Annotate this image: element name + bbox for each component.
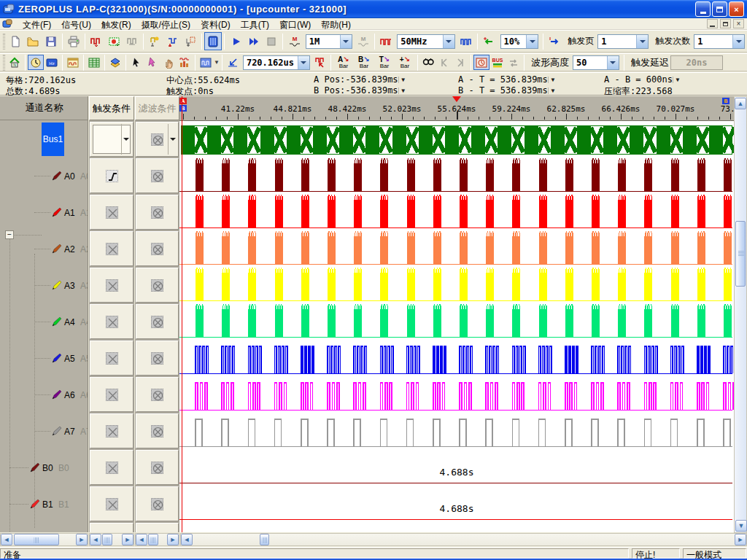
filter-cell-b2[interactable] bbox=[136, 523, 179, 532]
flag-b-marker[interactable]: B bbox=[179, 105, 187, 112]
filter-dropdown-icon[interactable] bbox=[168, 124, 177, 155]
channel-name[interactable]: B1 bbox=[42, 499, 53, 510]
channel-name[interactable]: A7 bbox=[64, 427, 75, 437]
wave-height-dropdown-icon[interactable] bbox=[607, 56, 619, 69]
scroll-down-icon[interactable]: ▼ bbox=[735, 520, 747, 532]
save-button[interactable] bbox=[42, 32, 60, 50]
find-next-button[interactable] bbox=[452, 55, 468, 70]
capture-disabled-button[interactable] bbox=[123, 32, 141, 50]
filt-scroll-right-icon[interactable]: ► bbox=[167, 534, 179, 545]
filter-cell-a2[interactable] bbox=[136, 231, 179, 266]
channel-row-b0[interactable]: B0B0 bbox=[0, 449, 88, 486]
frequency-meter-button[interactable]: Hz bbox=[44, 55, 60, 70]
minimize-button[interactable] bbox=[695, 1, 711, 17]
menu-item-1[interactable]: 信号(U) bbox=[56, 18, 96, 29]
mdi-minimize-button[interactable] bbox=[707, 19, 718, 28]
filter-cell-a4[interactable] bbox=[136, 304, 179, 339]
waveform-window-button[interactable] bbox=[65, 55, 81, 70]
trigger-count-dropdown-icon[interactable] bbox=[732, 35, 744, 48]
a-bar-button[interactable]: A↘Bar bbox=[334, 54, 353, 71]
trigger-cell-a3[interactable] bbox=[90, 268, 133, 303]
layout-button[interactable] bbox=[107, 55, 123, 70]
trigger-mark-a-button[interactable] bbox=[146, 32, 163, 50]
sample-depth-select[interactable]: 1M bbox=[306, 34, 352, 49]
a-b-dropdown-icon[interactable]: ▼ bbox=[673, 77, 682, 83]
wave-mode-button[interactable] bbox=[198, 55, 214, 70]
pointer-button[interactable] bbox=[128, 55, 144, 70]
filter-cell-b1[interactable] bbox=[136, 486, 179, 521]
vertical-scroll-thumb[interactable] bbox=[735, 221, 746, 287]
timing-view-button[interactable] bbox=[473, 55, 489, 70]
sample-rate-select[interactable]: 50MHz bbox=[397, 34, 455, 49]
scroll-up-icon[interactable]: ▲ bbox=[735, 98, 746, 109]
channel-name[interactable]: A0 bbox=[64, 171, 75, 182]
menu-item-0[interactable]: 文件(F) bbox=[18, 18, 56, 29]
trigger-ratio-button[interactable] bbox=[480, 32, 498, 50]
trigger-delay-field[interactable]: 20ns bbox=[670, 55, 723, 70]
channel-row-a0[interactable]: A0A0 bbox=[0, 158, 88, 194]
trigger-cell-a2[interactable] bbox=[90, 231, 133, 266]
trigger-cell-a0[interactable] bbox=[90, 158, 133, 193]
channel-name[interactable]: A1 bbox=[64, 208, 75, 218]
module-window-button[interactable] bbox=[204, 32, 222, 50]
zoom-scale-dropdown-icon[interactable] bbox=[298, 56, 309, 69]
vertical-scrollbar[interactable]: ▲ ▼ bbox=[734, 96, 747, 533]
channel-row-a3[interactable]: A3A3 bbox=[0, 267, 88, 303]
channel-name[interactable]: A3 bbox=[64, 281, 75, 291]
t-bar-button[interactable]: T↘Bar bbox=[375, 54, 394, 71]
channel-row-a4[interactable]: A4A4 bbox=[0, 303, 88, 340]
trigger-cell-b0[interactable] bbox=[90, 450, 133, 485]
sample-rate-button[interactable] bbox=[377, 32, 395, 50]
filter-cell-bus1[interactable] bbox=[136, 122, 179, 157]
channel-name[interactable]: A2 bbox=[64, 244, 75, 254]
trigger-cell-a1[interactable] bbox=[90, 195, 133, 230]
plus-bar-button[interactable]: +↘Bar bbox=[395, 54, 414, 71]
zoom-fit-button[interactable] bbox=[225, 55, 241, 70]
trigger-col-hscrollbar[interactable]: ◄ ► bbox=[89, 533, 134, 546]
run-button[interactable] bbox=[227, 32, 244, 50]
flag-b-right-marker[interactable]: B bbox=[722, 98, 729, 104]
mdi-restore-button[interactable] bbox=[720, 19, 731, 28]
find-button[interactable] bbox=[420, 55, 436, 70]
flag-a-marker[interactable]: A bbox=[179, 98, 187, 104]
name-panel-hscrollbar[interactable]: ◄ ► bbox=[0, 533, 88, 546]
name-scroll-right-icon[interactable]: ► bbox=[76, 534, 88, 545]
b-pos-dropdown-icon[interactable]: ▼ bbox=[398, 88, 408, 94]
open-file-button[interactable] bbox=[24, 32, 42, 50]
channel-row-a5[interactable]: A5A5 bbox=[0, 340, 88, 376]
trigger-cell-b2[interactable] bbox=[90, 523, 133, 532]
channel-row-a7[interactable]: A7A7 bbox=[0, 413, 88, 449]
trigger-cell-a4[interactable] bbox=[90, 304, 133, 339]
channel-row-a1[interactable]: A1A1 bbox=[0, 194, 88, 230]
new-file-button[interactable] bbox=[7, 32, 24, 50]
close-button[interactable]: × bbox=[729, 1, 744, 17]
waveform-hscrollbar[interactable]: ◄ ► bbox=[180, 533, 747, 546]
filter-cell-a6[interactable] bbox=[136, 377, 179, 412]
trigger-dropdown-icon[interactable] bbox=[121, 124, 130, 155]
wave-scroll-left-icon[interactable]: ◄ bbox=[181, 534, 193, 545]
bus-label[interactable]: Bus1 bbox=[42, 122, 64, 156]
memory-depth-disabled-button[interactable]: M bbox=[355, 32, 372, 50]
trigger-cell-b1[interactable] bbox=[90, 486, 133, 521]
channel-row-b1[interactable]: B1B1 bbox=[0, 486, 88, 522]
b-bar-button[interactable]: B↘Bar bbox=[355, 54, 374, 71]
menu-item-5[interactable]: 工具(T) bbox=[236, 18, 274, 29]
menu-item-3[interactable]: 摄取/停止(S) bbox=[136, 18, 196, 29]
memory-depth-button[interactable]: M bbox=[285, 32, 303, 50]
wave-height-select[interactable]: 50 bbox=[573, 55, 619, 70]
wave-scroll-thumb[interactable] bbox=[260, 534, 269, 545]
sample-depth-dropdown-icon[interactable] bbox=[340, 35, 352, 48]
find-prev-button[interactable] bbox=[436, 55, 452, 70]
menu-item-2[interactable]: 触发(R) bbox=[96, 18, 136, 29]
print-button[interactable] bbox=[65, 32, 82, 50]
time-ruler[interactable]: 41.22ms44.821ms48.422ms52.023ms55.624ms5… bbox=[179, 96, 734, 121]
filter-col-hscrollbar[interactable]: ◄ ► bbox=[135, 533, 179, 546]
name-scroll-left-icon[interactable]: ◄ bbox=[1, 534, 12, 545]
channel-name[interactable]: B0 bbox=[42, 463, 53, 473]
channel-name[interactable]: A4 bbox=[64, 317, 75, 327]
sample-rate-blue-button[interactable] bbox=[457, 32, 475, 50]
trigger-ratio-dropdown-icon[interactable] bbox=[526, 35, 538, 48]
trigger-mark-b-button[interactable] bbox=[163, 32, 181, 50]
restore-button[interactable] bbox=[712, 1, 727, 17]
channel-name[interactable]: A6 bbox=[64, 390, 75, 400]
